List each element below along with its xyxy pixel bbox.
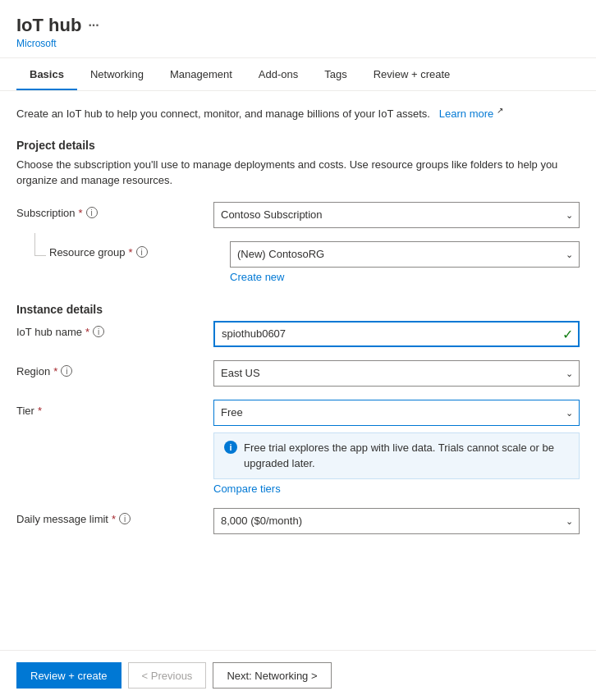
region-control: East US ⌄ xyxy=(213,360,580,387)
daily-message-limit-dropdown-wrapper: 8,000 ($0/month) ⌄ xyxy=(213,508,580,534)
review-create-button[interactable]: Review + create xyxy=(16,662,121,689)
instance-details-section: Instance details IoT hub name * i ✓ Regi… xyxy=(16,303,580,534)
region-info-icon[interactable]: i xyxy=(61,365,72,377)
region-label: Region * i xyxy=(16,360,213,377)
iot-hub-name-input-wrapper: ✓ xyxy=(213,321,580,347)
tier-dropdown[interactable]: Free xyxy=(213,400,580,426)
region-dropdown[interactable]: East US xyxy=(213,360,580,387)
learn-more-link[interactable]: Learn more xyxy=(439,108,493,120)
subscription-control: Contoso Subscription ⌄ xyxy=(213,202,580,228)
region-required: * xyxy=(53,365,57,377)
resource-group-info-icon[interactable]: i xyxy=(136,246,148,258)
iot-hub-name-label: IoT hub name * i xyxy=(16,321,213,338)
tree-branch-line xyxy=(34,233,46,256)
tab-management[interactable]: Management xyxy=(157,58,245,90)
main-content: Create an IoT hub to help you connect, m… xyxy=(0,91,596,650)
tier-row: Tier * Free ⌄ i Free trial explores the … xyxy=(16,400,580,495)
title-text: IoT hub xyxy=(16,15,81,36)
tab-networking[interactable]: Networking xyxy=(77,58,157,90)
project-details-section: Project details Choose the subscription … xyxy=(16,139,580,283)
resource-group-dropdown-wrapper: (New) ContosoRG ⌄ xyxy=(230,241,580,268)
page-header: IoT hub ··· Microsoft xyxy=(0,0,596,58)
tab-addons[interactable]: Add-ons xyxy=(245,58,311,90)
tab-basics[interactable]: Basics xyxy=(16,58,77,90)
next-networking-button[interactable]: Next: Networking > xyxy=(213,662,331,689)
subscription-info-icon[interactable]: i xyxy=(86,207,98,218)
subscription-required: * xyxy=(79,207,83,219)
daily-message-limit-control: 8,000 ($0/month) ⌄ xyxy=(213,508,580,534)
compare-tiers-link[interactable]: Compare tiers xyxy=(213,483,281,495)
footer: Review + create < Previous Next: Network… xyxy=(0,650,596,700)
iot-hub-name-info-icon[interactable]: i xyxy=(93,326,104,337)
daily-message-limit-required: * xyxy=(112,513,116,525)
subscription-row: Subscription * i Contoso Subscription ⌄ xyxy=(16,202,580,228)
daily-message-limit-dropdown[interactable]: 8,000 ($0/month) xyxy=(213,508,580,534)
page-description: Create an IoT hub to help you connect, m… xyxy=(16,104,580,122)
tier-label: Tier * xyxy=(16,400,213,417)
tier-info-text: Free trial explores the app with live da… xyxy=(244,440,569,472)
iot-hub-name-required: * xyxy=(85,326,89,338)
iot-hub-name-input[interactable] xyxy=(213,321,580,347)
region-dropdown-wrapper: East US ⌄ xyxy=(213,360,580,387)
page-title: IoT hub ··· xyxy=(16,15,580,36)
resource-group-dropdown[interactable]: (New) ContosoRG xyxy=(230,241,580,268)
tabs-bar: Basics Networking Management Add-ons Tag… xyxy=(0,58,596,91)
iot-hub-name-check-icon: ✓ xyxy=(562,326,573,341)
subscription-label: Subscription * i xyxy=(16,202,213,219)
tier-info-banner: i Free trial explores the app with live … xyxy=(213,432,580,479)
subscription-dropdown[interactable]: Contoso Subscription xyxy=(213,202,580,228)
page-subtitle: Microsoft xyxy=(16,38,580,49)
tier-control: Free ⌄ i Free trial explores the app wit… xyxy=(213,400,580,495)
description-text: Create an IoT hub to help you connect, m… xyxy=(16,108,430,120)
tier-info-banner-icon: i xyxy=(224,441,237,454)
resource-group-control: (New) ContosoRG ⌄ Create new xyxy=(230,241,580,283)
project-details-description: Choose the subscription you'll use to ma… xyxy=(16,157,580,189)
region-row: Region * i East US ⌄ xyxy=(16,360,580,387)
instance-details-title: Instance details xyxy=(16,303,580,316)
previous-button[interactable]: < Previous xyxy=(128,662,207,689)
subscription-dropdown-wrapper: Contoso Subscription ⌄ xyxy=(213,202,580,228)
create-new-link[interactable]: Create new xyxy=(230,271,284,283)
resource-group-required: * xyxy=(129,246,133,258)
resource-group-label: Resource group * i xyxy=(49,241,230,258)
tier-required: * xyxy=(38,405,42,417)
resource-group-row: Resource group * i (New) ContosoRG ⌄ Cre… xyxy=(33,241,580,283)
daily-message-limit-info-icon[interactable]: i xyxy=(119,513,131,524)
iot-hub-name-row: IoT hub name * i ✓ xyxy=(16,321,580,347)
daily-message-limit-label: Daily message limit * i xyxy=(16,508,213,525)
project-details-title: Project details xyxy=(16,139,580,152)
daily-message-limit-row: Daily message limit * i 8,000 ($0/month)… xyxy=(16,508,580,534)
tab-tags[interactable]: Tags xyxy=(311,58,360,90)
tab-review-create[interactable]: Review + create xyxy=(360,58,464,90)
tier-dropdown-wrapper: Free ⌄ xyxy=(213,400,580,426)
more-icon[interactable]: ··· xyxy=(88,18,99,33)
external-link-icon: ↗ xyxy=(497,106,503,115)
iot-hub-name-control: ✓ xyxy=(213,321,580,347)
